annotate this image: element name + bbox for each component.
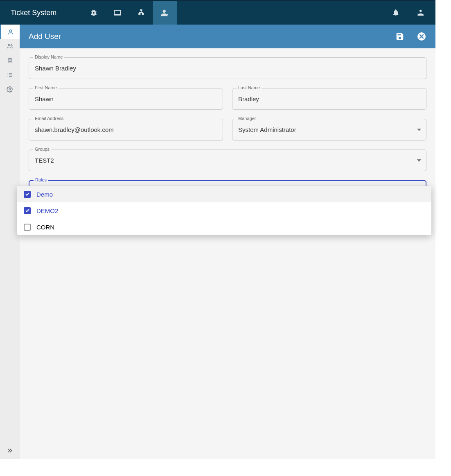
email-field[interactable]: Email Address: [29, 119, 223, 141]
user-switch-icon: [415, 8, 424, 17]
page-title: Add User: [29, 32, 61, 41]
laptop-icon: [113, 9, 122, 17]
nav-user-admin[interactable]: [153, 1, 177, 25]
first-name-input[interactable]: [35, 95, 217, 102]
roles-label: Roles: [34, 177, 48, 182]
sitemap-icon: [137, 9, 145, 17]
group-icon: [7, 43, 14, 50]
roles-icon: [7, 57, 14, 64]
checkbox-icon: [24, 207, 31, 214]
sidebar-item-settings[interactable]: [0, 82, 20, 96]
roles-option-label: CORN: [36, 224, 54, 231]
manager-value: System Administrator: [238, 126, 420, 133]
chevron-down-icon: [417, 129, 421, 131]
topbar: Ticket System: [0, 1, 435, 25]
email-label: Email Address: [33, 116, 65, 121]
sidebar: [0, 25, 20, 459]
manager-label: Manager: [237, 116, 257, 121]
list-icon: [7, 72, 13, 78]
sidebar-item-list[interactable]: [0, 68, 20, 82]
sidebar-item-roles[interactable]: [0, 53, 20, 68]
app-title: Ticket System: [0, 9, 82, 17]
svg-point-6: [10, 61, 12, 63]
nav-bug[interactable]: [82, 1, 106, 25]
svg-point-0: [9, 29, 11, 32]
last-name-field[interactable]: Last Name: [232, 88, 426, 110]
nav-sitemap[interactable]: [129, 1, 153, 25]
sidebar-item-user[interactable]: [0, 25, 20, 39]
first-name-label: First Name: [33, 85, 59, 90]
svg-point-7: [9, 88, 11, 90]
roles-option-corn[interactable]: CORN: [17, 219, 431, 235]
sidebar-expand-button[interactable]: [0, 442, 20, 459]
svg-point-1: [8, 44, 10, 46]
page-header: Add User: [20, 25, 435, 48]
bug-icon: [90, 9, 98, 17]
user-icon: [7, 29, 14, 35]
roles-option-demo2[interactable]: DEMO2: [17, 202, 431, 219]
groups-label: Groups: [33, 147, 51, 152]
roles-option-label: Demo: [36, 191, 53, 198]
first-name-field[interactable]: First Name: [29, 88, 223, 110]
chevron-down-icon: [417, 159, 421, 162]
user-cog-icon: [160, 8, 169, 17]
account-button[interactable]: [408, 1, 431, 25]
last-name-input[interactable]: [238, 95, 420, 102]
svg-point-2: [11, 45, 12, 46]
email-input[interactable]: [35, 126, 217, 133]
main-content: Add User Display Name: [20, 25, 435, 459]
display-name-field[interactable]: Display Name: [29, 57, 426, 79]
gear-icon: [7, 86, 13, 93]
checkbox-icon: [24, 191, 31, 198]
display-name-label: Display Name: [33, 54, 64, 59]
save-icon: [395, 32, 404, 41]
groups-field[interactable]: Groups TEST2: [29, 150, 426, 171]
nav-laptop[interactable]: [106, 1, 129, 25]
bell-icon: [392, 9, 400, 17]
svg-point-3: [8, 58, 9, 59]
save-button[interactable]: [395, 32, 404, 41]
roles-option-label: DEMO2: [36, 207, 58, 214]
sidebar-item-groups[interactable]: [0, 39, 20, 53]
roles-option-demo[interactable]: Demo: [17, 186, 431, 202]
svg-point-5: [8, 61, 9, 63]
groups-value: TEST2: [35, 157, 420, 164]
last-name-label: Last Name: [237, 85, 262, 90]
close-button[interactable]: [417, 32, 426, 41]
notifications-button[interactable]: [384, 1, 408, 25]
manager-field[interactable]: Manager System Administrator: [232, 119, 426, 141]
display-name-input[interactable]: [35, 65, 420, 72]
chevron-right-double-icon: [7, 447, 13, 454]
checkbox-icon: [24, 224, 31, 231]
close-circle-icon: [417, 32, 426, 41]
svg-point-4: [10, 58, 12, 59]
roles-dropdown: Demo DEMO2 CORN: [17, 186, 431, 235]
